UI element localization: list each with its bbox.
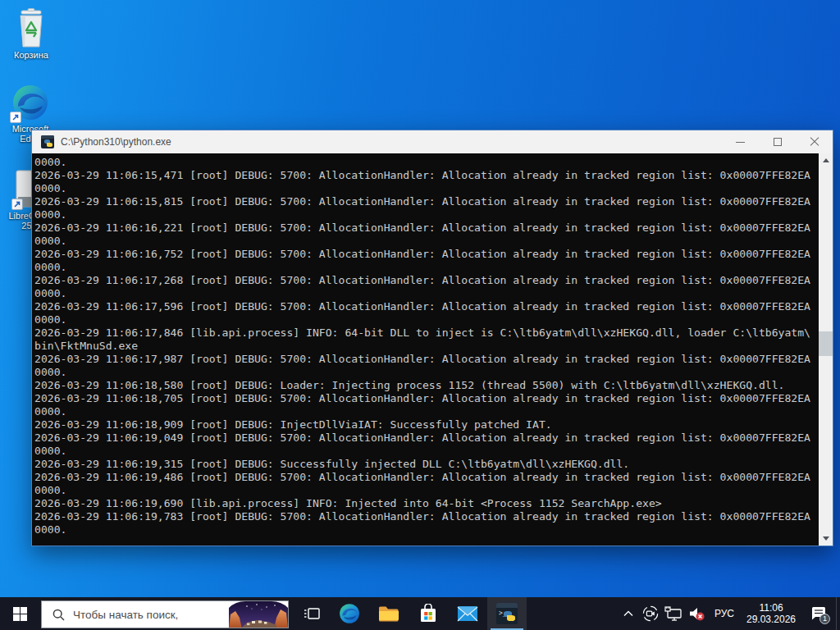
python-console-icon: >_ <box>496 603 518 624</box>
taskbar-app-mail[interactable] <box>448 597 487 630</box>
clock-date: 29.03.2026 <box>746 614 796 625</box>
show-desktop-button[interactable] <box>836 597 840 630</box>
recycle-bin-icon <box>14 8 48 48</box>
edge-icon <box>339 603 360 624</box>
taskbar-app-python-console[interactable]: >_ <box>487 597 527 630</box>
meet-now-button[interactable] <box>639 597 662 630</box>
store-icon <box>418 604 438 623</box>
minimize-button[interactable] <box>722 130 759 153</box>
search-icon <box>52 609 65 621</box>
close-button[interactable] <box>796 130 833 153</box>
network-ethernet-icon <box>664 606 682 621</box>
maximize-icon <box>774 138 782 146</box>
chevron-down-icon <box>823 536 829 541</box>
action-center-button[interactable]: 1 <box>801 597 836 630</box>
taskbar-app-edge[interactable] <box>330 597 369 630</box>
task-view-button[interactable] <box>294 597 330 630</box>
minimize-icon <box>736 142 745 143</box>
mail-icon <box>457 605 478 622</box>
tray-expand-button[interactable] <box>618 597 639 630</box>
scroll-down-button[interactable] <box>819 532 833 546</box>
clock-time: 11:06 <box>759 602 783 614</box>
taskbar-app-file-explorer[interactable] <box>369 597 409 630</box>
volume-muted-icon <box>687 605 705 622</box>
taskbar: Чтобы начать поиск, <box>0 597 840 630</box>
start-button[interactable] <box>0 597 39 630</box>
desktop-icon-recycle-bin[interactable]: Корзина <box>5 8 57 60</box>
meet-now-icon <box>642 605 659 622</box>
maximize-button[interactable] <box>759 130 796 153</box>
scroll-up-button[interactable] <box>819 153 833 167</box>
language-indicator[interactable]: РУС <box>708 597 741 630</box>
edge-icon <box>11 84 49 121</box>
shortcut-arrow-icon <box>10 112 21 123</box>
network-status-button[interactable] <box>662 597 685 630</box>
recycle-bin-label: Корзина <box>5 50 57 60</box>
task-view-icon <box>304 606 320 621</box>
volume-button[interactable] <box>685 597 708 630</box>
notification-badge: 1 <box>819 614 830 624</box>
console-window: C:\Python310\python.exe 0000. 2026-03-29… <box>31 130 833 546</box>
file-explorer-icon <box>378 605 399 623</box>
desktop-background: Корзина Microsoft <box>0 0 840 630</box>
windows-logo-icon <box>13 607 27 621</box>
window-titlebar[interactable]: C:\Python310\python.exe <box>32 130 833 153</box>
vertical-scrollbar[interactable] <box>819 153 833 546</box>
console-output[interactable]: 0000. 2026-03-29 11:06:15,471 [root] DEB… <box>32 153 819 546</box>
close-icon <box>810 137 819 147</box>
scrollbar-thumb[interactable] <box>819 331 833 356</box>
search-input[interactable]: Чтобы начать поиск, <box>41 600 289 628</box>
taskbar-clock[interactable]: 11:06 29.03.2026 <box>741 597 801 630</box>
search-highlight-image[interactable] <box>229 601 288 628</box>
shortcut-arrow-icon <box>11 199 23 210</box>
window-title: C:\Python310\python.exe <box>61 136 722 148</box>
chevron-up-icon <box>823 158 829 162</box>
python-console-icon <box>41 135 54 148</box>
chevron-up-icon <box>623 610 633 617</box>
taskbar-app-store[interactable] <box>409 597 448 630</box>
